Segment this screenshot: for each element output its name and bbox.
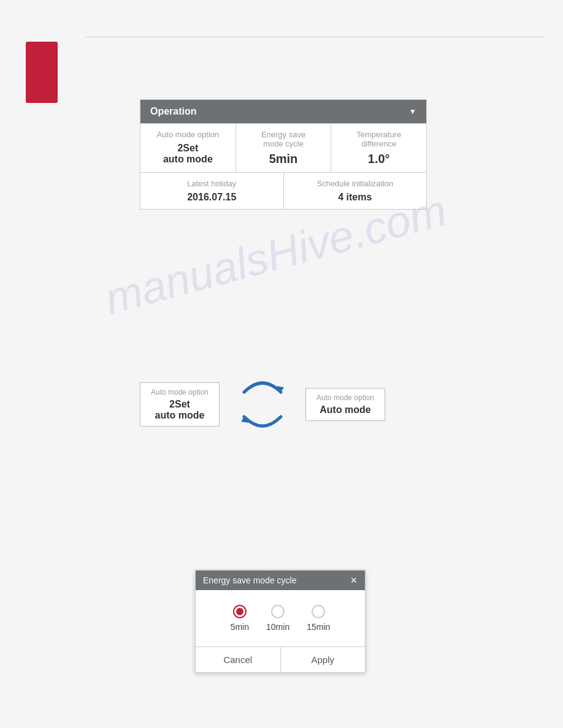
schedule-init-value: 4 items	[291, 192, 419, 203]
mode-box-before: Auto mode option 2Setauto mode	[140, 382, 220, 427]
mode-box-after: Auto mode option Auto mode	[305, 388, 385, 421]
switch-diagram: Auto mode option 2Setauto mode Auto mode…	[140, 380, 385, 429]
radio-item-5min[interactable]: 5min	[231, 605, 249, 632]
energy-cycle-value: 5min	[243, 152, 324, 166]
op-row-1: Auto mode option 2Setauto mode Energy sa…	[140, 123, 426, 172]
auto-mode-value: 2Setauto mode	[148, 143, 228, 165]
operation-table: Operation ▼ Auto mode option 2Setauto mo…	[140, 99, 427, 210]
radio-circle-5min[interactable]	[233, 605, 247, 618]
op-table-header[interactable]: Operation ▼	[140, 100, 426, 123]
op-table-title: Operation	[150, 106, 197, 117]
top-divider	[86, 37, 545, 37]
temp-diff-value: 1.0°	[339, 152, 419, 166]
op-table-arrow: ▼	[409, 107, 416, 116]
radio-circle-10min[interactable]	[271, 605, 285, 618]
radio-options-row: 5min 10min 15min	[231, 605, 331, 632]
mode-before-value: 2Setauto mode	[148, 399, 212, 421]
mode-after-value: Auto mode	[313, 404, 377, 415]
apply-button[interactable]: Apply	[281, 647, 366, 672]
radio-label-15min: 15min	[307, 622, 330, 632]
modal-header: Energy save mode cycle ✕	[196, 571, 365, 590]
temp-diff-label: Temperaturedifference	[339, 130, 419, 148]
energy-modal: Energy save mode cycle ✕ 5min 10min 15mi…	[195, 570, 366, 673]
schedule-init-label: Schedule initialization	[291, 179, 419, 188]
mode-before-label: Auto mode option	[148, 388, 212, 396]
cycle-arrows-icon	[235, 380, 290, 429]
radio-label-5min: 5min	[231, 622, 249, 632]
modal-title: Energy save mode cycle	[203, 575, 297, 585]
cancel-button[interactable]: Cancel	[196, 647, 281, 672]
op-cell-energy-cycle[interactable]: Energy savemode cycle 5min	[236, 124, 332, 172]
switch-arrows	[232, 380, 293, 429]
op-cell-schedule-init[interactable]: Schedule initialization 4 items	[284, 173, 427, 209]
op-row-2: Latest holiday 2016.07.15 Schedule initi…	[140, 172, 426, 209]
op-cell-holiday[interactable]: Latest holiday 2016.07.15	[140, 173, 284, 209]
op-cell-temp-diff[interactable]: Temperaturedifference 1.0°	[331, 124, 426, 172]
mode-after-label: Auto mode option	[313, 393, 377, 402]
radio-item-10min[interactable]: 10min	[266, 605, 289, 632]
modal-footer: Cancel Apply	[196, 646, 365, 672]
holiday-value: 2016.07.15	[148, 192, 276, 203]
radio-item-15min[interactable]: 15min	[307, 605, 330, 632]
modal-close-button[interactable]: ✕	[350, 576, 358, 585]
auto-mode-label: Auto mode option	[148, 130, 228, 139]
holiday-label: Latest holiday	[148, 179, 276, 188]
op-cell-auto-mode[interactable]: Auto mode option 2Setauto mode	[140, 124, 236, 172]
energy-cycle-label: Energy savemode cycle	[243, 130, 324, 148]
modal-body: 5min 10min 15min	[196, 590, 365, 646]
sidebar-bookmark	[26, 42, 58, 103]
radio-circle-15min[interactable]	[312, 605, 325, 618]
radio-label-10min: 10min	[266, 622, 289, 632]
